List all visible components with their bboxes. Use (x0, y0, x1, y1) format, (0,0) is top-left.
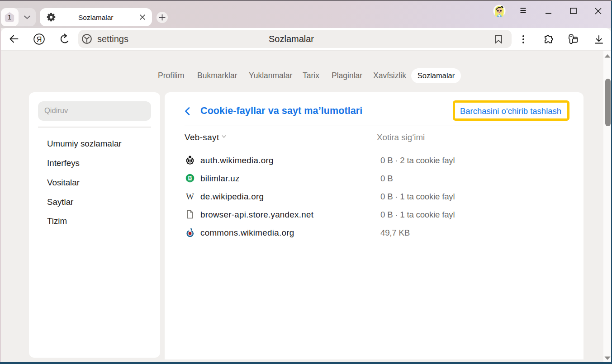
svg-text:Я: Я (37, 35, 42, 43)
svg-text:B: B (188, 175, 192, 181)
svg-text:1: 1 (8, 14, 11, 21)
svg-text:W: W (186, 192, 194, 201)
